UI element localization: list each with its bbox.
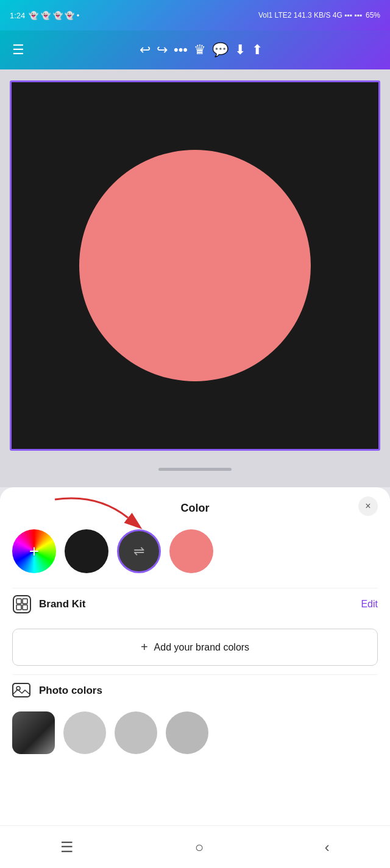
svg-rect-3: [23, 599, 27, 604]
top-toolbar: ☰ ↩ ↪ ••• ♛ 💬 ⬇ ⬆: [0, 30, 390, 69]
photo-colors-label: Photo colors: [39, 685, 102, 697]
svg-rect-2: [16, 599, 21, 604]
snapchat-icons: 👻 👻 👻 👻 •: [29, 11, 79, 20]
download-icon[interactable]: ⬇: [235, 42, 246, 58]
menu-icon[interactable]: ☰: [12, 42, 24, 58]
chat-icon[interactable]: 💬: [212, 42, 229, 58]
signal-info: Vol1 LTE2 141.3 KB/S 4G ▪▪▪ ▪▪▪: [258, 11, 362, 19]
more-icon[interactable]: •••: [174, 42, 188, 58]
status-left: 1:24 👻 👻 👻 👻 •: [10, 11, 79, 20]
panel-title: Color: [181, 502, 210, 515]
svg-rect-5: [23, 605, 27, 610]
photo-swatch-dark[interactable]: [12, 711, 55, 754]
red-arrow-icon: [49, 493, 146, 530]
color-swatches-row: ⇌: [0, 524, 390, 588]
crown-icon[interactable]: ♛: [194, 42, 206, 58]
canvas-circle: [79, 150, 311, 381]
add-brand-colors-button[interactable]: + Add your brand colors: [12, 629, 378, 666]
bottom-nav: ☰ ○ ‹: [0, 825, 390, 868]
nav-menu-icon[interactable]: ☰: [60, 839, 74, 856]
adjust-swatch[interactable]: ⇌: [117, 529, 161, 573]
brand-kit-icon: [12, 595, 32, 614]
add-plus-icon: +: [141, 640, 148, 654]
svg-rect-1: [13, 596, 30, 613]
brand-kit-label: Brand Kit: [39, 598, 86, 610]
brand-kit-left: Brand Kit: [12, 595, 86, 614]
drag-handle[interactable]: [158, 468, 232, 471]
close-button[interactable]: ×: [358, 496, 378, 516]
rainbow-swatch[interactable]: [12, 529, 56, 573]
status-bar: 1:24 👻 👻 👻 👻 • Vol1 LTE2 141.3 KB/S 4G ▪…: [0, 0, 390, 30]
status-right: Vol1 LTE2 141.3 KB/S 4G ▪▪▪ ▪▪▪ 65%: [258, 11, 380, 19]
battery-info: 65%: [366, 11, 380, 19]
adjust-icon: ⇌: [133, 543, 144, 559]
edit-button[interactable]: Edit: [361, 599, 378, 610]
brand-kit-row: Brand Kit Edit: [0, 588, 390, 620]
panel-header-wrapper: Color ×: [0, 487, 390, 524]
drag-handle-area: [0, 451, 390, 487]
photo-swatches-row: [0, 707, 390, 766]
bottom-panel: Color × ⇌ Brand Kit Edit: [0, 487, 390, 868]
photo-swatch-gray2[interactable]: [115, 711, 157, 754]
svg-rect-6: [13, 683, 30, 697]
photo-icon: [12, 681, 32, 700]
time-display: 1:24: [10, 11, 25, 20]
toolbar-center: ↩ ↪ ••• ♛ 💬 ⬇ ⬆: [140, 42, 263, 58]
photo-swatch-gray1[interactable]: [63, 711, 106, 754]
canvas-area: [0, 69, 390, 451]
photo-swatch-gray3[interactable]: [166, 711, 208, 754]
canvas-frame[interactable]: [10, 80, 380, 451]
add-brand-label: Add your brand colors: [154, 642, 250, 653]
toolbar-left: ☰: [12, 42, 24, 58]
nav-home-icon[interactable]: ○: [195, 839, 204, 856]
black-swatch[interactable]: [65, 529, 108, 573]
panel-header: Color ×: [0, 487, 390, 524]
svg-rect-4: [16, 605, 21, 610]
nav-back-icon[interactable]: ‹: [325, 839, 330, 856]
share-icon[interactable]: ⬆: [252, 42, 263, 58]
redo-icon[interactable]: ↪: [157, 42, 168, 58]
pink-swatch[interactable]: [169, 529, 213, 573]
undo-icon[interactable]: ↩: [140, 42, 151, 58]
photo-colors-row: Photo colors: [0, 675, 390, 707]
